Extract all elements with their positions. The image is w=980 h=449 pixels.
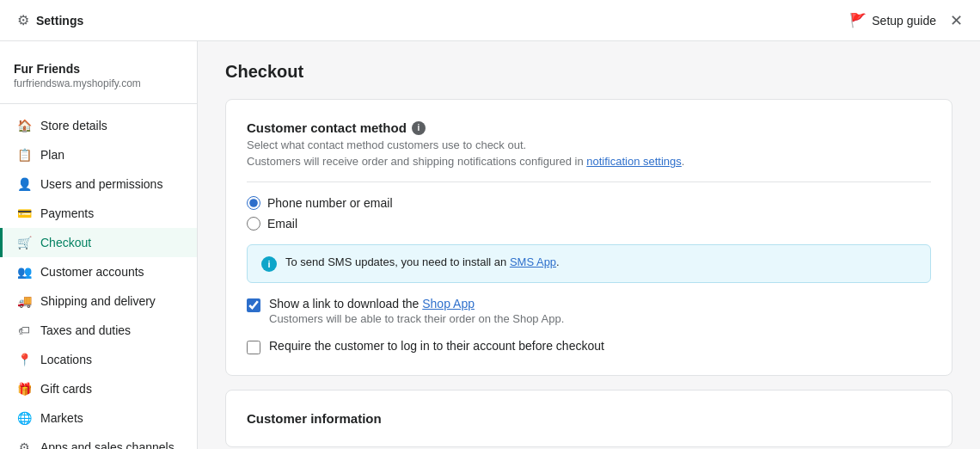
sidebar-item-markets[interactable]: 🌐Markets [0,403,197,433]
users-permissions-icon: 👤 [16,176,32,192]
gear-icon: ⚙ [17,12,29,28]
sidebar-item-label-gift-cards: Gift cards [40,382,92,396]
alert-text: To send SMS updates, you need to install… [285,255,560,268]
plan-icon: 📋 [16,147,32,163]
contact-card-title: Customer contact method i [247,120,931,135]
sidebar-item-label-locations: Locations [40,353,92,366]
nav-list: 🏠Store details📋Plan👤Users and permission… [0,111,197,449]
main-content: Checkout Customer contact method i Selec… [198,41,980,449]
radio-input-phone-or-email[interactable] [247,196,260,210]
close-button[interactable]: ✕ [950,13,963,28]
sidebar: Fur Friends furfriendswa.myshopify.com 🏠… [0,41,198,449]
sidebar-item-label-store-details: Store details [40,119,107,132]
sidebar-item-store-details[interactable]: 🏠Store details [0,111,197,140]
sidebar-item-label-shipping-delivery: Shipping and delivery [40,294,156,308]
sidebar-item-label-apps-sales-channels: Apps and sales channels [40,440,175,449]
sidebar-item-users-permissions[interactable]: 👤Users and permissions [0,169,197,199]
apps-sales-channels-icon: ⚙ [16,440,32,449]
shop-app-sublabel: Customers will be able to track their or… [269,312,564,325]
sidebar-item-label-plan: Plan [40,148,64,162]
topbar-left: ⚙ Settings [17,12,83,28]
layout: Fur Friends furfriendswa.myshopify.com 🏠… [0,41,980,449]
sidebar-item-locations[interactable]: 📍Locations [0,345,197,374]
contact-method-card: Customer contact method i Select what co… [225,99,952,376]
require-login-checkbox[interactable] [247,341,260,354]
sidebar-item-gift-cards[interactable]: 🎁Gift cards [0,374,197,403]
radio-input-email[interactable] [247,217,260,231]
store-name: Fur Friends [14,62,183,76]
markets-icon: 🌐 [16,410,32,426]
notification-settings-link[interactable]: notification settings [586,155,682,168]
sidebar-item-apps-sales-channels[interactable]: ⚙Apps and sales channels [0,433,197,449]
topbar-title: Settings [36,14,83,28]
locations-icon: 📍 [16,352,32,367]
store-info: Fur Friends furfriendswa.myshopify.com [0,55,197,104]
sidebar-item-payments[interactable]: 💳Payments [0,199,197,228]
sidebar-item-plan[interactable]: 📋Plan [0,140,197,169]
topbar-right: 🚩 Setup guide ✕ [849,12,963,28]
sidebar-item-checkout[interactable]: 🛒Checkout [0,228,197,257]
customer-info-card: Customer information [225,390,952,447]
radio-group: Phone number or email Email [247,196,931,231]
info-icon[interactable]: i [412,121,426,135]
sidebar-item-label-users-permissions: Users and permissions [40,177,162,191]
sms-alert: i To send SMS updates, you need to insta… [247,244,931,283]
sidebar-item-label-checkout: Checkout [40,236,91,249]
alert-info-icon: i [261,256,277,272]
contact-notification-text: Customers will receive order and shippin… [247,155,931,168]
customer-info-title: Customer information [247,411,931,426]
contact-description: Select what contact method customers use… [247,138,931,151]
sidebar-item-label-customer-accounts: Customer accounts [40,265,144,279]
sidebar-item-shipping-delivery[interactable]: 🚚Shipping and delivery [0,286,197,316]
shipping-delivery-icon: 🚚 [16,293,32,309]
taxes-duties-icon: 🏷 [16,323,32,338]
shop-app-link[interactable]: Shop App [422,297,475,311]
require-login-checkbox-item: Require the customer to log in to their … [247,339,931,354]
sidebar-item-customer-accounts[interactable]: 👥Customer accounts [0,257,197,286]
flag-icon: 🚩 [849,12,867,28]
sidebar-item-label-markets: Markets [40,411,83,425]
sidebar-item-label-taxes-duties: Taxes and duties [40,323,131,337]
page-title: Checkout [225,62,952,82]
gift-cards-icon: 🎁 [16,381,32,397]
radio-email[interactable]: Email [247,217,931,231]
topbar: ⚙ Settings 🚩 Setup guide ✕ [0,0,980,41]
shop-app-checkbox[interactable] [247,298,260,312]
store-url: furfriendswa.myshopify.com [14,77,183,89]
radio-phone-or-email[interactable]: Phone number or email [247,196,931,210]
payments-icon: 💳 [16,206,32,221]
shop-app-checkbox-item: Show a link to download the Shop App Cus… [247,297,931,325]
sidebar-item-taxes-duties[interactable]: 🏷Taxes and duties [0,316,197,345]
require-login-label: Require the customer to log in to their … [269,339,604,353]
setup-guide-button[interactable]: 🚩 Setup guide [849,12,936,28]
customer-accounts-icon: 👥 [16,264,32,280]
divider [247,181,931,182]
sidebar-item-label-payments: Payments [40,206,94,220]
checkout-icon: 🛒 [16,235,32,250]
store-details-icon: 🏠 [16,118,32,133]
shop-app-label: Show a link to download the Shop App [269,297,564,311]
sms-app-link[interactable]: SMS App [510,255,556,268]
